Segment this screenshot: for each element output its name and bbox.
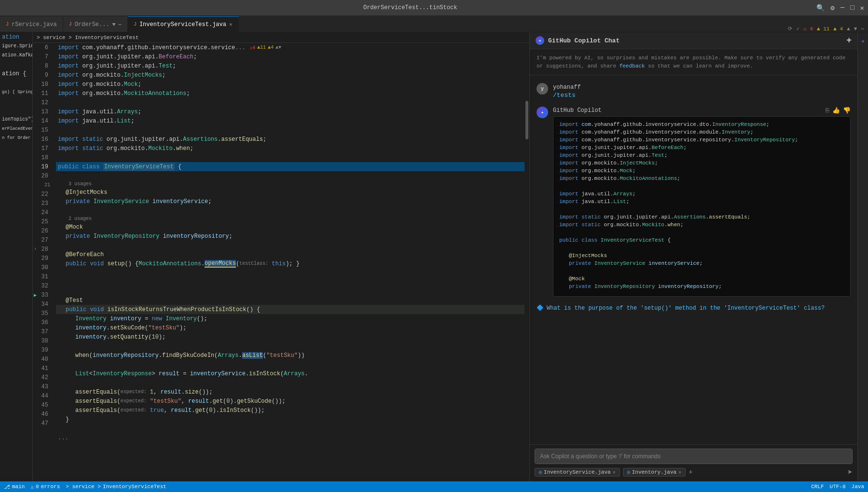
tag-close-2[interactable]: ✕ [678, 469, 681, 475]
tab-orderservicetest[interactable]: J OrderSe... ▼ ⋯ [63, 16, 128, 32]
ln-34: 34 [33, 300, 52, 309]
ln-30: 30 [33, 263, 52, 272]
ln-13: 13 [33, 107, 52, 116]
ln-36: 36 [33, 318, 52, 327]
git-branch-item[interactable]: ⎇ main [4, 484, 25, 490]
tab-menu-icon[interactable]: ⋯ [118, 21, 122, 27]
editor-scrollbar[interactable] [524, 43, 529, 481]
ln-9: 9 [33, 70, 52, 80]
status-left: ⎇ main ⚠ 0 errors > service > InventoryS… [4, 484, 166, 490]
close-btn[interactable]: ✕ [860, 4, 864, 12]
copilot-input[interactable] [535, 449, 853, 464]
ln-44: 44 [33, 391, 52, 400]
code-line-38: when(inventoryRepository.findBySkuCodeIn… [56, 351, 524, 360]
code-line-40: List<InventoryResponse> result = invento… [56, 369, 524, 378]
tab-label: rService.java [12, 21, 57, 28]
code-line-30 [56, 277, 524, 287]
side-panel-icon1[interactable]: ✦ [861, 34, 866, 48]
scrollbar-thumb[interactable] [525, 101, 528, 139]
git-branch: main [12, 484, 25, 490]
add-context-btn[interactable]: + [689, 468, 692, 476]
ln-14: 14 [33, 116, 52, 125]
tab-arrow-icon[interactable]: ▼ [112, 22, 116, 27]
tag-close-1[interactable]: ✕ [613, 469, 616, 475]
error-count: 0 [36, 484, 39, 490]
breadcrumb-status-text: > service > [66, 484, 101, 490]
left-line-4 [0, 60, 32, 69]
editor-area: > service > InventoryServiceTest 6 7 8 9… [33, 32, 529, 481]
ln-32: 32 [33, 281, 52, 290]
left-line-5: ation { [0, 69, 32, 78]
tab-inventoryservicetest[interactable]: J InventoryServiceTest.java ✕ [128, 16, 239, 32]
settings-icon[interactable]: ⚙ [830, 4, 834, 12]
copilot-message-content: GitHub Copilot ⎘ 👍 👎 import com.yohanaff… [553, 107, 851, 297]
ln-8: 8 [33, 61, 52, 70]
code-line-29 [56, 268, 524, 277]
breadcrumb: > service > InventoryServiceTest [33, 32, 529, 43]
file-icon-2: ◎ [627, 469, 630, 475]
search-icon[interactable]: 🔍 [816, 4, 825, 12]
code-line-31 [56, 287, 524, 296]
breadcrumb-status[interactable]: > service > InventoryServiceTest [66, 484, 166, 490]
code-line-39 [56, 360, 524, 369]
question-text[interactable]: What is the purpose of the 'setup()' met… [547, 305, 825, 312]
java-file-icon: J [6, 22, 9, 27]
code-line-8: import org.junit.jupiter.api.Test; [56, 61, 524, 70]
ln-12: 12 [33, 98, 52, 107]
code-line-17: import static org.mockito.Mockito.when; [56, 144, 524, 153]
username-label: yohanaff [553, 84, 581, 91]
left-line-6 [0, 78, 32, 87]
arrow-down-icon[interactable]: ▼ [854, 26, 857, 32]
ln-24: 24 [33, 208, 52, 217]
cb-line-16: public class InventoryServiceTest { [559, 237, 844, 245]
check-icon[interactable]: ✓ [796, 26, 799, 32]
status-bar: ⎇ main ⚠ 0 errors > service > InventoryS… [0, 481, 868, 492]
left-line-7: gs) { SpringApplication.run(Notif [0, 87, 32, 96]
ln-39: 39 [33, 345, 52, 355]
user-text: /tests [553, 92, 581, 99]
send-btn[interactable]: ➤ [847, 467, 853, 478]
code-line-37 [56, 342, 524, 351]
tab-orderservice[interactable]: J rService.java [0, 16, 63, 32]
file-icon-1: ◎ [539, 469, 542, 475]
language-item[interactable]: Java [852, 484, 864, 490]
left-gutter: ation igure.SpringBootApplication; ation… [0, 32, 33, 481]
warn-badge: ▲ 11 [817, 26, 829, 32]
feedback-link[interactable]: feedback [620, 63, 645, 69]
copy-icon[interactable]: ⎘ [826, 107, 829, 114]
copilot-messages[interactable]: y yohanaff /tests ✦ GitHub Copilot ⎘ 👍 👎 [530, 75, 857, 444]
ln-15: 15 [33, 125, 52, 135]
code-line-42: assertEquals(expected: 1, result.size())… [56, 387, 524, 396]
code-line-32: @Test [56, 296, 524, 305]
ln-26: 26 [33, 226, 52, 235]
arrow-up-icon[interactable]: ▲ [847, 26, 850, 32]
tag-label-1: InventoryService.java [544, 469, 611, 475]
code-line-12 [56, 98, 524, 107]
errors-item[interactable]: ⚠ 0 errors [30, 484, 60, 490]
encoding-item[interactable]: UTF-8 [830, 484, 846, 490]
user-message: y yohanaff /tests [530, 79, 857, 103]
line-ending-item[interactable]: CRLF [811, 484, 824, 490]
code-line-28: public void setup() { MockitoAnnotations… [56, 259, 524, 268]
question-suggestion[interactable]: 🔷 What is the purpose of the 'setup()' m… [530, 301, 857, 315]
code-line-23 [56, 206, 524, 215]
thumbs-down-icon[interactable]: 👎 [843, 107, 851, 114]
code-lines[interactable]: import com.yohanaff.github.inventoryserv… [56, 43, 524, 481]
thumbs-up-icon[interactable]: 👍 [832, 107, 840, 114]
refresh-icon[interactable]: ⟳ [788, 26, 792, 32]
copilot-code-block: import com.yohanaff.github.inventoryserv… [553, 116, 851, 297]
ln-40: 40 [33, 355, 52, 364]
cb-line-19: private InventoryService inventoryServic… [559, 260, 844, 268]
code-line-15 [56, 125, 524, 135]
minimize-btn[interactable]: ─ [840, 4, 844, 12]
editor-menu-icon[interactable]: ⋯ [861, 26, 864, 32]
ln-19: 19 [33, 162, 52, 171]
left-line-9 [0, 106, 32, 115]
encoding: UTF-8 [830, 484, 846, 490]
cb-line-18: @InjectMocks [559, 253, 844, 260]
tab-close-btn[interactable]: ✕ [229, 21, 233, 27]
maximize-btn[interactable]: □ [850, 4, 854, 12]
code-line-34: Inventory inventory = new Inventory(); [56, 314, 524, 323]
ln-29: 29 [33, 254, 52, 263]
copilot-add-btn[interactable]: + [846, 36, 852, 45]
